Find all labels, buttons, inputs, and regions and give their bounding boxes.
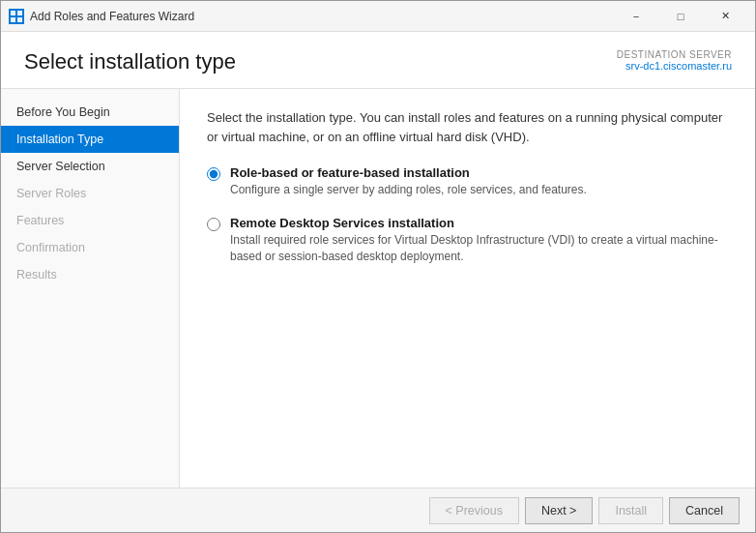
sidebar-item-features: Features [1, 207, 179, 234]
remote-desktop-radio[interactable] [207, 218, 220, 231]
sidebar-item-server-selection[interactable]: Server Selection [1, 153, 179, 180]
sidebar-item-results: Results [1, 261, 179, 288]
svg-rect-3 [17, 17, 22, 22]
panel-description: Select the installation type. You can in… [207, 108, 728, 146]
app-icon [9, 9, 24, 24]
window-controls: − □ ✕ [614, 1, 747, 32]
close-button[interactable]: ✕ [703, 1, 747, 32]
wizard-window: Add Roles and Features Wizard − □ ✕ Sele… [0, 0, 756, 533]
role-based-desc: Configure a single server by adding role… [230, 182, 587, 198]
sidebar-item-confirmation: Confirmation [1, 234, 179, 261]
sidebar: Before You Begin Installation Type Serve… [1, 89, 180, 488]
sidebar-item-server-roles: Server Roles [1, 180, 179, 207]
maximize-button[interactable]: □ [658, 1, 703, 32]
destination-server-info: DESTINATION SERVER srv-dc1.ciscomaster.r… [617, 49, 732, 72]
content-area: Select installation type DESTINATION SER… [1, 32, 755, 532]
role-based-title[interactable]: Role-based or feature-based installation [230, 165, 470, 180]
wizard-footer: < Previous Next > Install Cancel [1, 488, 755, 532]
cancel-button[interactable]: Cancel [669, 497, 740, 524]
svg-rect-2 [11, 17, 15, 22]
sidebar-item-installation-type[interactable]: Installation Type [1, 126, 179, 153]
svg-rect-1 [17, 11, 22, 15]
minimize-button[interactable]: − [614, 1, 658, 32]
sidebar-item-before-you-begin[interactable]: Before You Begin [1, 99, 179, 126]
wizard-header: Select installation type DESTINATION SER… [1, 32, 755, 89]
server-name: srv-dc1.ciscomaster.ru [617, 60, 732, 72]
titlebar: Add Roles and Features Wizard − □ ✕ [1, 1, 755, 32]
previous-button[interactable]: < Previous [429, 497, 519, 524]
svg-rect-0 [11, 11, 15, 15]
remote-desktop-title[interactable]: Remote Desktop Services installation [230, 216, 454, 230]
destination-server-label: DESTINATION SERVER [617, 49, 732, 60]
next-button[interactable]: Next > [525, 497, 593, 524]
main-panel: Select the installation type. You can in… [180, 89, 755, 488]
remote-desktop-desc: Install required role services for Virtu… [230, 232, 728, 265]
option-role-based: Role-based or feature-based installation… [207, 165, 728, 198]
install-button[interactable]: Install [598, 497, 663, 524]
titlebar-title: Add Roles and Features Wizard [30, 10, 614, 23]
option-remote-desktop: Remote Desktop Services installation Ins… [207, 216, 728, 265]
main-area: Before You Begin Installation Type Serve… [1, 89, 755, 488]
page-title: Select installation type [24, 49, 236, 74]
role-based-radio[interactable] [207, 167, 220, 181]
